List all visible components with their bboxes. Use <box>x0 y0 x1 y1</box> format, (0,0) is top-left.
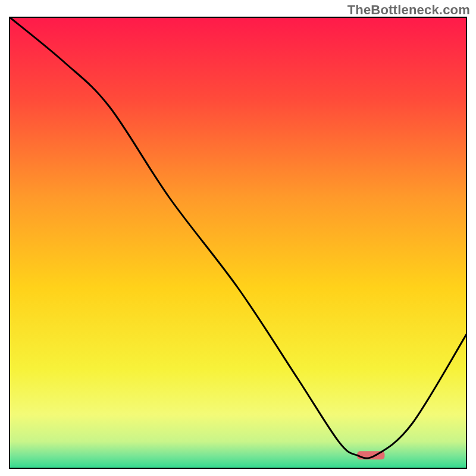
watermark-text: TheBottleneck.com <box>347 2 470 18</box>
bottleneck-plot <box>9 17 467 469</box>
gradient-background <box>9 17 467 469</box>
chart-container: { "watermark": "TheBottleneck.com", "cha… <box>0 0 476 476</box>
chart-svg <box>9 17 467 469</box>
